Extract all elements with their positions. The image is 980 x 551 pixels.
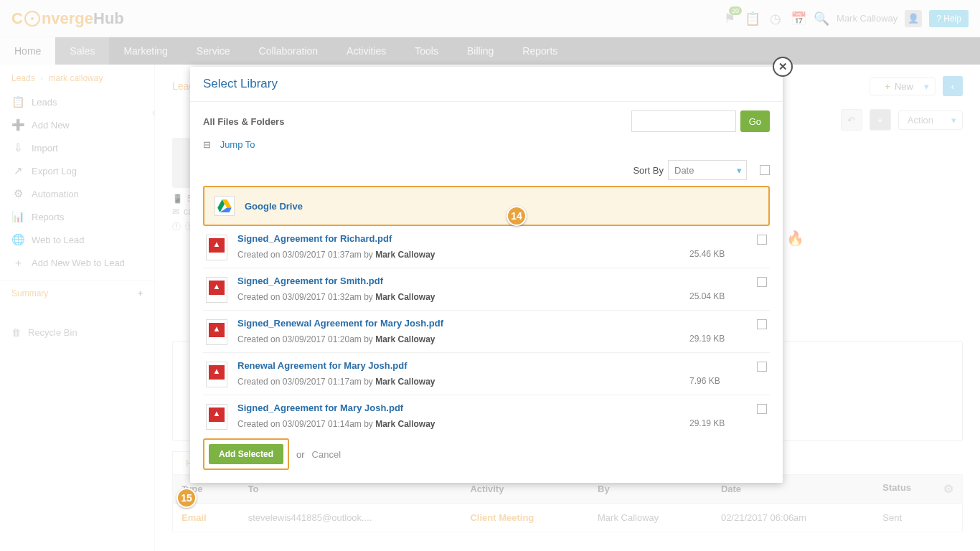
file-meta: Created on 03/09/2017 01:14am by Mark Ca…: [237, 419, 679, 429]
file-name[interactable]: Signed_Agreement for Richard.pdf: [237, 233, 679, 244]
pdf-icon: [206, 404, 227, 430]
pdf-icon: [206, 319, 227, 345]
select-all-checkbox[interactable]: [760, 165, 770, 175]
sort-select[interactable]: Date: [668, 160, 747, 180]
google-drive-icon: [215, 196, 235, 216]
folder-google-drive[interactable]: Google Drive: [203, 186, 770, 226]
sort-row: Sort By Date: [190, 157, 783, 186]
file-row[interactable]: Signed_Renewal Agreement for Mary Josh.p…: [203, 311, 770, 353]
callout-15: 15: [176, 488, 197, 508]
file-row[interactable]: Signed_Agreement for Richard.pdfCreated …: [203, 226, 770, 268]
file-size: 7.96 KB: [689, 376, 747, 386]
file-info: Signed_Renewal Agreement for Mary Josh.p…: [237, 318, 679, 344]
file-name[interactable]: Renewal Agreement for Mary Josh.pdf: [237, 360, 679, 371]
file-name[interactable]: Signed_Agreement for Mary Josh.pdf: [237, 402, 679, 413]
file-meta: Created on 03/09/2017 01:37am by Mark Ca…: [237, 250, 679, 260]
file-list[interactable]: Google Drive Signed_Agreement for Richar…: [203, 186, 774, 430]
tree-icon: ⊟: [203, 139, 213, 150]
file-size: 29.19 KB: [689, 334, 747, 344]
file-checkbox[interactable]: [757, 277, 767, 287]
file-checkbox[interactable]: [757, 235, 767, 245]
all-files-label: All Files & Folders: [203, 116, 284, 127]
modal-footer: Add Selected or Cancel: [190, 430, 783, 483]
add-selected-highlight: Add Selected: [203, 438, 289, 470]
file-size: 25.46 KB: [689, 249, 747, 259]
add-selected-button[interactable]: Add Selected: [209, 444, 283, 464]
file-meta: Created on 03/09/2017 01:20am by Mark Ca…: [237, 334, 679, 344]
file-info: Renewal Agreement for Mary Josh.pdfCreat…: [237, 360, 679, 387]
file-size: 29.19 KB: [689, 418, 747, 428]
modal-toolbar: All Files & Folders Go: [190, 102, 783, 136]
sort-by-label: Sort By: [633, 165, 664, 176]
folder-name: Google Drive: [245, 201, 303, 212]
file-size: 25.04 KB: [689, 291, 747, 301]
file-checkbox[interactable]: [757, 362, 767, 372]
pdf-icon: [206, 235, 227, 260]
file-name[interactable]: Signed_Renewal Agreement for Mary Josh.p…: [237, 318, 679, 329]
select-library-modal: ✕ Select Library All Files & Folders Go …: [190, 67, 783, 483]
modal-title: Select Library: [190, 67, 783, 102]
file-meta: Created on 03/09/2017 01:17am by Mark Ca…: [237, 377, 679, 387]
file-row[interactable]: Signed_Agreement for Mary Josh.pdfCreate…: [203, 395, 770, 430]
pdf-icon: [206, 362, 227, 387]
file-row[interactable]: Renewal Agreement for Mary Josh.pdfCreat…: [203, 353, 770, 395]
file-name[interactable]: Signed_Agreement for Smith.pdf: [237, 276, 679, 286]
search-input[interactable]: [631, 110, 736, 132]
callout-14: 14: [507, 206, 527, 226]
close-icon[interactable]: ✕: [773, 57, 793, 77]
cancel-link[interactable]: Cancel: [312, 449, 341, 460]
jump-row: ⊟ Jump To: [190, 136, 783, 157]
file-meta: Created on 03/09/2017 01:32am by Mark Ca…: [237, 292, 679, 302]
file-checkbox[interactable]: [757, 404, 767, 414]
jump-to-link[interactable]: Jump To: [220, 139, 255, 150]
pdf-icon: [206, 277, 227, 303]
or-text: or: [296, 449, 305, 460]
file-info: Signed_Agreement for Richard.pdfCreated …: [237, 233, 679, 260]
sort-value: Date: [674, 165, 694, 176]
file-info: Signed_Agreement for Mary Josh.pdfCreate…: [237, 402, 679, 429]
file-row[interactable]: Signed_Agreement for Smith.pdfCreated on…: [203, 268, 770, 311]
file-checkbox[interactable]: [757, 319, 767, 329]
file-info: Signed_Agreement for Smith.pdfCreated on…: [237, 276, 679, 302]
go-button[interactable]: Go: [740, 110, 770, 132]
